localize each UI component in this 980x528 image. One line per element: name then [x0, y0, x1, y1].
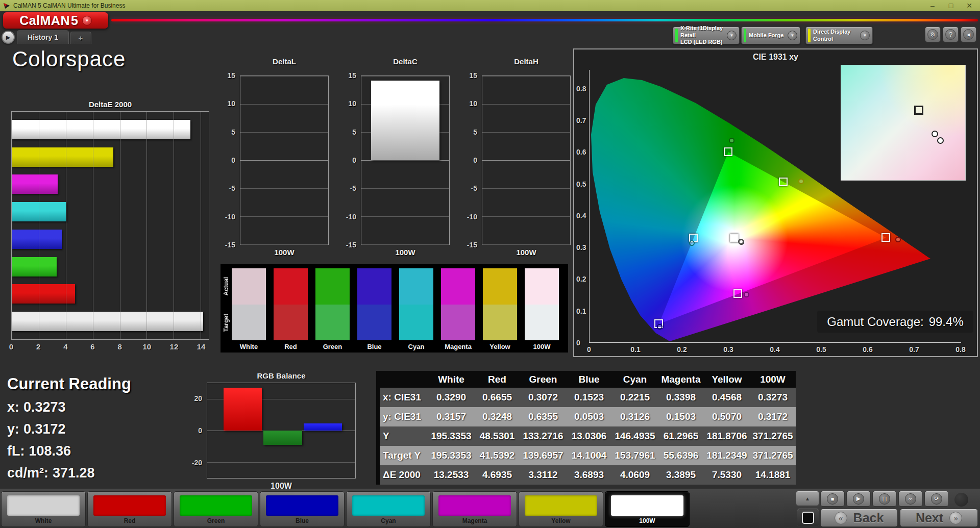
tab-history-1[interactable]: History 1 [17, 30, 69, 44]
gridline [207, 462, 355, 463]
pattern-window-button[interactable] [797, 508, 819, 527]
cie-zoom-inset [841, 65, 966, 181]
y-tick-label: -20 [192, 459, 202, 467]
table-row: y: CIE31 0.3157 0.3248 0.6355 0.0503 0.3… [380, 407, 796, 426]
pattern-button-yellow[interactable]: Yellow [519, 491, 603, 527]
measured-marker-yellow [798, 179, 804, 184]
refresh-icon: ⟳ [931, 493, 942, 505]
play-button[interactable]: ▶ [846, 491, 871, 507]
y-tick-label: 15 [348, 71, 356, 80]
color-checker-panel: Actual Target White Red Green Blue Cyan … [220, 264, 568, 353]
target-marker-magenta [733, 289, 742, 298]
measure-once-icon: [-] [879, 493, 890, 505]
y-tick-label: -5 [350, 184, 356, 192]
gridline [361, 216, 449, 217]
pattern-button-magenta[interactable]: Magenta [432, 491, 517, 527]
settings-button[interactable]: ⚙ [925, 27, 941, 42]
help-button[interactable]: ? [943, 27, 959, 42]
gridline [482, 160, 570, 161]
gamut-coverage-label: Gamut Coverage: [827, 315, 923, 329]
gridline [482, 188, 570, 189]
y-tick-label: -10 [467, 213, 477, 221]
x-tick-label: 6 [90, 342, 94, 351]
y-tick-label: 10 [348, 99, 356, 108]
gridline [240, 160, 328, 161]
y-tick-label: -5 [229, 184, 235, 192]
meter-name-line1: X-Rite i1Display Retail [680, 25, 724, 39]
display-control-dropdown[interactable]: Direct Display Control ▼ [805, 27, 873, 44]
target-row-label: Target [220, 305, 232, 341]
deltac-xlabel: 100W [361, 248, 450, 257]
chevron-down-icon: ▼ [860, 31, 870, 40]
deltae-bar-yellow [12, 147, 113, 167]
stop-button[interactable]: ■ [820, 491, 845, 507]
measure-once-button[interactable]: [-] [872, 491, 897, 507]
gridline [482, 76, 570, 77]
y-tick-label: 5 [473, 128, 477, 136]
deltal-xlabel: 100W [240, 248, 329, 257]
next-button[interactable]: Next » [900, 509, 978, 527]
pattern-button-red[interactable]: Red [87, 491, 172, 527]
x-tick-label: 2 [36, 342, 40, 351]
inset-target-marker [914, 106, 923, 115]
y-tick-label: -10 [225, 213, 235, 221]
pattern-button-100w[interactable]: 100W [605, 491, 690, 527]
collapse-panel-button[interactable]: ◀ [961, 27, 976, 42]
gridline [240, 104, 328, 105]
swatch-blue: Blue [357, 268, 391, 350]
chevron-down-icon[interactable]: ▼ [82, 16, 92, 26]
restore-icon[interactable]: □ [943, 0, 959, 11]
close-icon[interactable]: ✕ [962, 0, 977, 11]
source-status-stripe [744, 29, 746, 42]
calman-logo-menu[interactable]: CalMAN5 ▼ [3, 12, 108, 29]
pattern-button-white[interactable]: White [1, 491, 86, 527]
table-header-row: White Red Green Blue Cyan Magenta Yellow… [380, 371, 796, 388]
display-control-name: Direct Display Control [813, 29, 857, 43]
gridline [93, 112, 93, 339]
tab-add-button[interactable]: + [70, 32, 91, 44]
gridline [39, 112, 39, 339]
swatch-white: White [232, 268, 266, 350]
y-tick-label: -15 [346, 241, 356, 249]
y-tick-label: 20 [194, 394, 202, 403]
target-marker-yellow [779, 178, 788, 186]
tab-scroll-button[interactable]: ▶ [2, 31, 15, 44]
measure-continuous-button[interactable]: ∞ [898, 491, 923, 507]
target-marker-red [881, 233, 890, 242]
bar-blue [304, 423, 342, 431]
deltac-chart: DeltaC 151050-5-10-15 100W [340, 57, 454, 261]
deltae-bar-blue [12, 230, 62, 249]
deltae-bar-magenta [12, 174, 58, 194]
calman-app-window: CalMAN 5 CalMAN Ultimate for Business – … [0, 0, 980, 528]
gridline [361, 244, 449, 245]
deltah-chart: DeltaH 151050-5-10-15 100W [461, 57, 575, 261]
pattern-button-blue[interactable]: Blue [260, 491, 345, 527]
y-tick-label: -15 [225, 241, 235, 249]
inset-measured-marker-100w [937, 137, 944, 144]
expand-controls-button[interactable]: ▲ [796, 491, 819, 506]
page-title: Colorspace [12, 47, 126, 71]
gear-icon: ⚙ [927, 29, 938, 40]
minimize-icon[interactable]: – [925, 0, 940, 11]
back-button[interactable]: « Back [820, 509, 898, 527]
y-tick-label: 0 [198, 426, 202, 435]
bar-green [263, 431, 302, 445]
swatch-100w: 100W [525, 268, 559, 350]
meter-status-stripe [675, 29, 678, 42]
refresh-button[interactable]: ⟳ [924, 491, 949, 507]
gridline [482, 104, 570, 105]
deltac-title: DeltaC [361, 57, 450, 66]
reading-fl: fL:108.36 [7, 443, 131, 459]
source-dropdown[interactable]: Mobile Forge ▼ [741, 27, 800, 44]
gridline [201, 112, 201, 339]
plus-icon: + [79, 34, 83, 42]
gridline [240, 76, 328, 77]
actual-row-label: Actual [220, 268, 232, 305]
pattern-button-green[interactable]: Green [174, 491, 258, 527]
pattern-button-cyan[interactable]: Cyan [346, 491, 431, 527]
deltah-yaxis: 151050-5-10-15 [461, 76, 480, 245]
meter-dropdown[interactable]: X-Rite i1Display RetailLCD (LED RGB) ▼ [673, 27, 740, 44]
y-tick-label: 15 [469, 71, 477, 80]
deltae-chart-title: DeltaE 2000 [11, 100, 209, 109]
deltal-chart: DeltaL 151050-5-10-15 100W [219, 57, 333, 261]
